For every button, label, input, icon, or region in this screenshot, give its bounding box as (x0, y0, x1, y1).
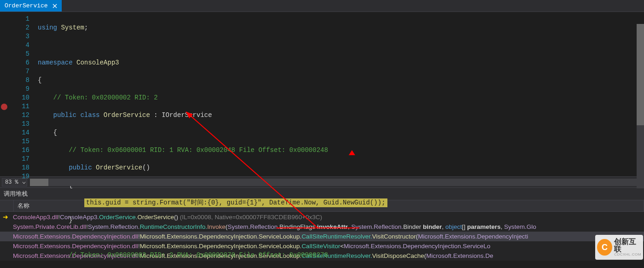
ns-name: ConsoleApp3 (76, 59, 119, 66)
chevron-down-icon (22, 180, 26, 186)
horizontal-scrollbar[interactable] (30, 179, 644, 186)
code-editor[interactable]: 12345678910111213141516171819 using Syst… (0, 12, 644, 176)
comment: // Token: 0x06000002 RID: 2 RVA: 0x00002… (69, 251, 328, 259)
current-statement: this.guid = string.Format("时间:{0}, guid=… (84, 198, 387, 207)
tab-title: OrderService (5, 2, 48, 9)
zoom-value: 83 % (5, 179, 18, 186)
type-system: System (61, 24, 84, 31)
class-name: OrderService (104, 111, 150, 119)
zoom-select[interactable]: 83 % (2, 178, 27, 186)
breakpoint-marker[interactable] (1, 104, 7, 110)
current-frame-icon: ➜ (3, 213, 8, 221)
comment: // Token: 0x02000002 RID: 2 (53, 94, 158, 101)
ctor-name: OrderService (96, 164, 142, 171)
tab-bar: OrderService (0, 0, 644, 12)
code-body[interactable]: using System; namespace ConsoleApp3 { //… (36, 12, 644, 176)
vertical-scrollbar[interactable] (637, 24, 644, 188)
line-number-gutter: 12345678910111213141516171819 (8, 12, 36, 176)
breakpoint-gutter[interactable] (0, 12, 8, 176)
scroll-thumb[interactable] (30, 179, 48, 186)
comment: // Token: 0x06000001 RID: 1 RVA: 0x00002… (69, 146, 328, 154)
kw-using: using (38, 24, 57, 31)
scroll-thumb[interactable] (637, 24, 644, 125)
tab-orderservice[interactable]: OrderService (0, 0, 62, 12)
close-icon[interactable] (52, 3, 58, 9)
kw-namespace: namespace (38, 59, 73, 66)
editor-footer: 83 % (0, 176, 644, 187)
